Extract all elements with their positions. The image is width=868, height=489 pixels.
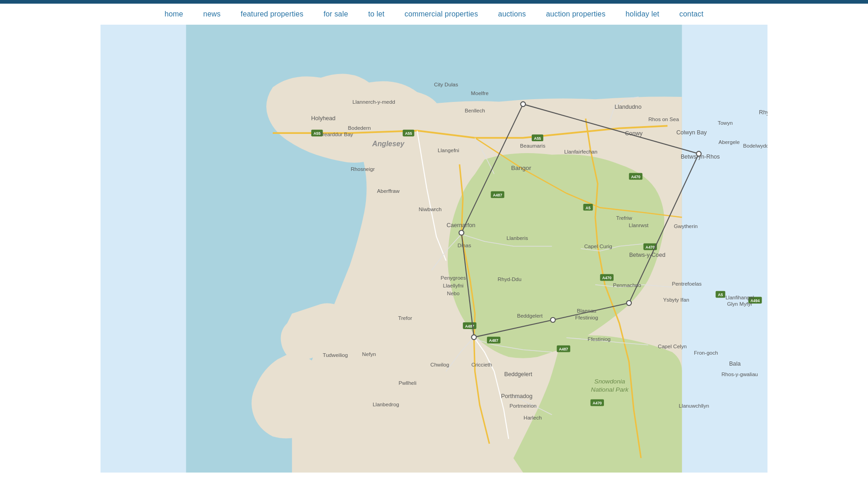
- svg-text:Llanfihangel: Llanfihangel: [725, 295, 754, 300]
- svg-text:A487: A487: [493, 193, 502, 197]
- svg-text:Trefor: Trefor: [398, 315, 413, 321]
- svg-point-95: [550, 318, 556, 323]
- svg-point-97: [459, 230, 464, 235]
- nav-holiday-let[interactable]: holiday let: [615, 10, 669, 18]
- svg-text:Bodedern: Bodedern: [348, 125, 371, 131]
- svg-text:Llaellyfni: Llaellyfni: [443, 283, 464, 288]
- svg-text:A487: A487: [489, 338, 498, 343]
- svg-text:Niwbwrch: Niwbwrch: [418, 207, 441, 212]
- nav-home[interactable]: home: [154, 10, 193, 18]
- svg-text:A470: A470: [602, 276, 611, 280]
- nav-auction-properties[interactable]: auction properties: [536, 10, 615, 18]
- svg-text:Moelfre: Moelfre: [471, 90, 489, 96]
- main-nav: home news featured properties for sale t…: [0, 4, 868, 25]
- svg-text:Harlech: Harlech: [524, 415, 542, 420]
- svg-point-96: [471, 335, 476, 340]
- top-border: [0, 0, 868, 4]
- svg-text:Beddgelert: Beddgelert: [517, 313, 543, 319]
- svg-text:Nefyn: Nefyn: [362, 351, 376, 357]
- svg-text:Benllech: Benllech: [465, 108, 485, 113]
- svg-text:Pwllheli: Pwllheli: [398, 380, 416, 386]
- svg-text:Bangor: Bangor: [511, 165, 532, 171]
- svg-text:A470: A470: [646, 245, 655, 250]
- svg-text:A470: A470: [631, 175, 640, 179]
- svg-point-92: [521, 102, 526, 107]
- svg-text:National Park: National Park: [591, 386, 629, 393]
- map-container: A55 A55 A55 A487 A487 A487 A487 A470 A47…: [101, 25, 767, 473]
- nav-for-sale[interactable]: for sale: [313, 10, 358, 18]
- svg-text:Abergele: Abergele: [719, 139, 740, 145]
- svg-text:Porthmadog: Porthmadog: [501, 393, 533, 399]
- svg-text:City Dulas: City Dulas: [434, 82, 458, 87]
- svg-text:Trefriw: Trefriw: [616, 215, 633, 221]
- svg-text:Chwilog: Chwilog: [430, 362, 449, 367]
- svg-point-94: [627, 301, 632, 306]
- svg-text:Tudweiliog: Tudweiliog: [323, 352, 348, 358]
- svg-text:Pentrefoelas: Pentrefoelas: [672, 281, 702, 287]
- svg-text:Snowdonia: Snowdonia: [594, 378, 625, 385]
- svg-text:Ysbyty Ifan: Ysbyty Ifan: [663, 297, 689, 303]
- svg-text:A55: A55: [405, 131, 412, 136]
- svg-text:Rhos on Sea: Rhos on Sea: [648, 117, 679, 122]
- svg-text:Bodelwyddan: Bodelwyddan: [743, 143, 767, 149]
- svg-text:A5: A5: [586, 206, 591, 210]
- svg-text:Llanfairfechan: Llanfairfechan: [564, 149, 598, 154]
- nav-auctions[interactable]: auctions: [488, 10, 536, 18]
- svg-text:Criccieth: Criccieth: [471, 362, 492, 367]
- svg-text:A470: A470: [593, 401, 602, 405]
- nav-contact[interactable]: contact: [669, 10, 714, 18]
- svg-text:Penygroes: Penygroes: [440, 275, 466, 281]
- svg-text:A55: A55: [534, 136, 541, 141]
- svg-text:Portmeirion: Portmeirion: [509, 403, 536, 409]
- svg-text:Rhyd-Ddu: Rhyd-Ddu: [498, 276, 521, 282]
- svg-text:Gwytherin: Gwytherin: [674, 223, 698, 229]
- svg-text:Nebo: Nebo: [447, 291, 460, 296]
- svg-text:Rhosneigr: Rhosneigr: [351, 166, 375, 172]
- nav-to-let[interactable]: to let: [358, 10, 395, 18]
- svg-point-93: [696, 151, 701, 156]
- svg-text:Llanbedrog: Llanbedrog: [373, 402, 399, 407]
- svg-text:Llangefni: Llangefni: [438, 148, 459, 153]
- svg-text:Betws-y-Coed: Betws-y-Coed: [629, 252, 665, 258]
- svg-text:Holyhead: Holyhead: [311, 115, 335, 122]
- svg-text:Ffestiniog: Ffestiniog: [587, 336, 610, 342]
- svg-text:Rhos-y-gwaliau: Rhos-y-gwaliau: [721, 372, 758, 377]
- svg-text:Dinas: Dinas: [458, 243, 471, 248]
- svg-text:Llanberis: Llanberis: [507, 235, 528, 241]
- nav-news[interactable]: news: [193, 10, 231, 18]
- nav-commercial-properties[interactable]: commercial properties: [395, 10, 488, 18]
- svg-text:Caernarfon: Caernarfon: [446, 222, 475, 229]
- svg-text:Rhyl: Rhyl: [759, 109, 767, 116]
- svg-text:Towyn: Towyn: [718, 120, 733, 126]
- svg-text:A5: A5: [718, 292, 723, 297]
- svg-text:Llanrwst: Llanrwst: [629, 223, 649, 228]
- svg-text:Ffestiniog: Ffestiniog: [575, 315, 598, 320]
- svg-text:Trearddur Bay: Trearddur Bay: [319, 132, 353, 137]
- svg-text:Llanuwchllyn: Llanuwchllyn: [679, 403, 709, 409]
- svg-text:Fron-goch: Fron-goch: [694, 350, 718, 356]
- svg-text:Bala: Bala: [729, 361, 741, 367]
- svg-text:Colwyn Bay: Colwyn Bay: [676, 129, 707, 136]
- nav-featured-properties[interactable]: featured properties: [231, 10, 313, 18]
- svg-text:Anglesey: Anglesey: [372, 140, 405, 148]
- svg-text:A487: A487: [559, 347, 568, 351]
- svg-text:Beaumaris: Beaumaris: [520, 143, 545, 149]
- svg-text:Glyn Myfyr: Glyn Myfyr: [727, 301, 752, 307]
- svg-text:Llannerch-y-medd: Llannerch-y-medd: [353, 99, 395, 105]
- svg-text:Llandudno: Llandudno: [614, 104, 641, 110]
- svg-text:Aberffraw: Aberffraw: [377, 188, 400, 194]
- svg-text:Beddgelert: Beddgelert: [504, 371, 533, 377]
- svg-text:Capel Celyn: Capel Celyn: [658, 344, 687, 349]
- svg-text:Capel Curig: Capel Curig: [584, 244, 612, 249]
